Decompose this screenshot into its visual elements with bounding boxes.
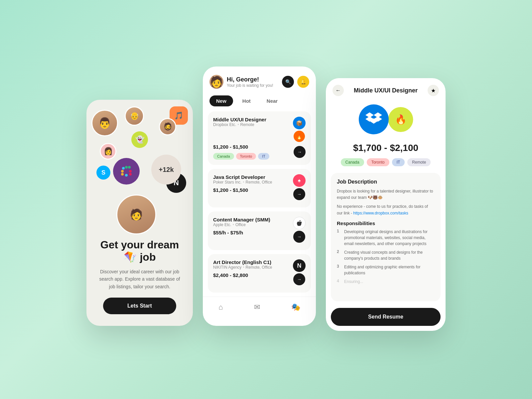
resp-item-4: 4 Ensuring...: [337, 279, 435, 285]
job-salary-3: $55/h - $75/h: [213, 230, 293, 235]
detail-tag-remote: Remote: [407, 158, 431, 166]
job-title-1: Middle UX/UI Designer: [213, 117, 266, 122]
svg-rect-6: [129, 173, 132, 176]
company-logos: 🔥: [326, 99, 446, 139]
onboarding-phone: 🎵 👨 👴 🧔 👻 👩: [86, 100, 193, 326]
job-card-4[interactable]: Art Director (English C1) NIKITIN Agency…: [208, 254, 311, 293]
nikitin-logo: N: [293, 259, 306, 272]
skype-icon: S: [96, 166, 110, 180]
back-button[interactable]: ←: [332, 85, 344, 96]
detail-salary: $1,700 - $2,100: [326, 139, 446, 158]
avatar-2: 👴: [125, 106, 144, 126]
fire-logo-secondary: 🔥: [388, 107, 413, 132]
search-button[interactable]: 🔍: [282, 76, 294, 88]
filter-hot[interactable]: Hot: [236, 95, 257, 106]
svg-rect-7: [122, 167, 125, 170]
hero-title: Get your dream 🪁 job: [96, 239, 183, 263]
filter-near[interactable]: Near: [260, 95, 284, 106]
nav-home[interactable]: ⌂: [218, 303, 223, 312]
resp-item-1: 1 Developing original designs and illust…: [337, 229, 435, 247]
filter-new[interactable]: New: [209, 95, 233, 106]
job-card-3[interactable]: Content Manager (SMM) Apple Etc. • Offic…: [208, 211, 311, 250]
favorite-button[interactable]: ★: [428, 85, 439, 96]
svg-rect-1: [125, 166, 128, 169]
job-title-3: Content Manager (SMM): [213, 217, 293, 222]
job-arrow-4[interactable]: →: [293, 273, 305, 285]
detail-tag-canada: Canada: [341, 158, 364, 166]
tag-it: IT: [258, 153, 269, 160]
tag-canada: Canada: [213, 153, 234, 160]
slack-icon: [113, 158, 140, 185]
hero-subtitle: Discover your ideal career with our job …: [96, 268, 183, 290]
job-arrow-3[interactable]: →: [293, 231, 305, 243]
job-meta-1: Dropbox Etc. • Remote: [213, 122, 266, 127]
responsibilities-title: Responsibilities: [337, 220, 435, 226]
avatar-main: 🧑: [116, 195, 156, 234]
job-meta-4: NIKITIN Agency • Remote, Office: [213, 265, 293, 270]
dropbox-logo-main: [359, 104, 389, 134]
avatar-1: 👨: [91, 110, 118, 136]
job-meta-3: Apple Etc. • Office: [213, 222, 293, 227]
job-arrow-2[interactable]: →: [293, 188, 305, 200]
job-card-1[interactable]: Middle UX/UI Designer Dropbox Etc. • Rem…: [208, 111, 311, 165]
greeting-text: Hi, George!: [227, 76, 273, 83]
job-title-2: Java Script Developer: [213, 174, 293, 180]
tag-toronto: Toronto: [236, 153, 256, 160]
job-detail-phone: ← Middle UX/UI Designer ★ 🔥 $1,700 - $2,…: [326, 78, 446, 331]
job-salary-4: $2,400 - $2,800: [213, 272, 293, 278]
filter-tabs: New Hot Near: [203, 94, 316, 111]
apple-logo: [293, 217, 306, 229]
job-list: Middle UX/UI Designer Dropbox Etc. • Rem…: [203, 111, 316, 293]
description-text-1: Dropbox is looking for a talented design…: [337, 188, 435, 201]
snapchat-icon: 👻: [131, 131, 148, 148]
send-resume-button[interactable]: Send Resume: [331, 308, 441, 326]
description-title: Job Description: [337, 179, 435, 185]
detail-job-title: Middle UX/UI Designer: [344, 87, 428, 94]
svg-rect-5: [128, 166, 131, 169]
start-button[interactable]: Lets Start: [103, 298, 176, 314]
detail-tag-it: IT: [392, 158, 405, 166]
user-avatar: 🧑: [209, 75, 223, 89]
avatar-3: 🧔: [159, 118, 176, 135]
svg-rect-4: [121, 173, 124, 176]
detail-tags: Canada Toronto IT Remote: [326, 158, 446, 173]
notification-button[interactable]: 🔔: [297, 76, 309, 88]
job-salary-1: $1,200 - $1,500: [213, 144, 269, 150]
tagline-text: Your job is waiting for you!: [227, 83, 273, 88]
svg-rect-3: [125, 174, 128, 177]
job-card-2[interactable]: Java Script Developer Poker Stars Inc. •…: [208, 169, 311, 207]
job-salary-2: $1,200 - $1,500: [213, 187, 293, 193]
resp-item-2: 2 Creating visual concepts and designs f…: [337, 249, 435, 261]
job-arrow-1[interactable]: →: [294, 146, 306, 158]
avatar-4: 👩: [100, 143, 116, 160]
nav-profile[interactable]: 🎭: [291, 303, 300, 312]
nav-messages[interactable]: ✉: [254, 303, 260, 312]
poker-logo: ♠: [293, 174, 306, 187]
dropbox-logo: 📦: [293, 117, 306, 129]
svg-rect-0: [121, 170, 124, 173]
user-count: +12k: [151, 155, 181, 185]
job-meta-2: Poker Stars Inc. • Remote, Office: [213, 180, 293, 185]
job-title-4: Art Director (English C1): [213, 259, 293, 265]
resp-item-3: 3 Editing and optimizing graphic element…: [337, 264, 435, 276]
svg-rect-2: [129, 170, 132, 173]
dropbox-link[interactable]: https://www.dropbox.com/tasks: [353, 211, 408, 215]
detail-tag-toronto: Toronto: [367, 158, 389, 166]
description-text-2: No experience - come to us for practice,…: [337, 203, 435, 216]
job-list-phone: 🧑 Hi, George! Your job is waiting for yo…: [203, 66, 316, 326]
fire-logo: 🔥: [294, 131, 305, 142]
bottom-nav: ⌂ ✉ 🎭: [203, 297, 316, 317]
